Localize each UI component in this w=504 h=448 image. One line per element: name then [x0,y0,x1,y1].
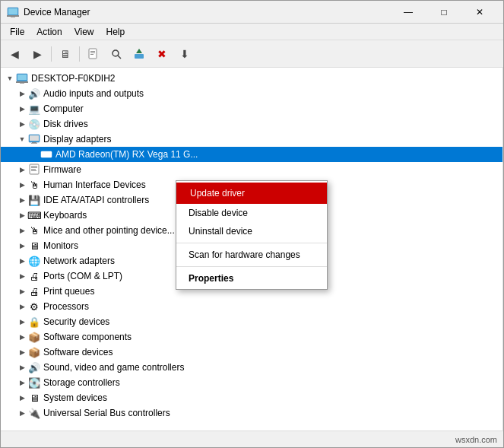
list-item[interactable]: ▶ 💽 Storage controllers [1,375,502,390]
ctx-uninstall-device[interactable]: Uninstall device [176,222,327,240]
gpu-icon [40,148,52,160]
status-bar: wsxdn.com [1,431,503,447]
list-item[interactable]: ▶ 🔊 Audio inputs and outputs [1,86,502,101]
item-label: Monitors [43,240,78,251]
expand-icon[interactable]: ▶ [16,118,28,130]
window-title: Device Manager [24,7,391,17]
expand-icon[interactable]: ▶ [16,270,28,282]
back-button[interactable]: ◀ [4,43,25,65]
list-item[interactable]: ▶ 📦 Software components [1,329,502,345]
list-item[interactable]: ▶ 📦 Software devices [1,345,502,360]
item-label: Keyboards [43,210,87,221]
minimize-button[interactable]: — [391,1,426,24]
list-item[interactable]: ▶ 🔊 Sound, video and game controllers [1,360,502,375]
list-item[interactable]: ▶ 💻 Computer [1,101,502,116]
add-button[interactable]: ⬇ [174,43,195,65]
print-icon: 🖨 [28,285,40,297]
security-icon: 🔒 [28,316,40,328]
monitor-icon: 🖥 [28,240,40,252]
window-controls: — □ ✕ [391,1,497,24]
item-label: Security devices [43,316,109,327]
root-label: DESKTOP-F0KDIH2 [31,73,115,84]
svg-rect-23 [46,155,49,156]
expand-icon[interactable]: ▶ [16,255,28,267]
storage-icon: 💽 [28,377,40,389]
computer-button[interactable]: 🖥 [55,43,76,65]
status-right-text: wsxdn.com [455,435,497,444]
window-icon [7,6,19,18]
svg-rect-6 [90,52,95,53]
expand-icon[interactable]: ▶ [16,392,28,404]
uninstall-button[interactable]: ✖ [151,43,173,65]
mouse-icon: 🖱 [28,224,40,237]
expand-icon[interactable]: ▼ [16,133,28,145]
item-label: Display adapters [43,134,111,145]
item-label: Print queues [43,286,94,297]
expand-icon[interactable]: ▶ [16,285,28,297]
menu-file[interactable]: File [4,24,30,40]
expand-icon[interactable]: ▶ [16,103,28,115]
expand-icon[interactable]: ▶ [16,240,28,252]
menu-help[interactable]: Help [100,24,132,40]
svg-rect-17 [30,135,39,141]
properties-button[interactable] [83,43,104,65]
list-item[interactable]: ▶ Firmware [1,162,502,177]
list-item[interactable]: ▶ 🖥 System devices [1,390,502,405]
forward-button[interactable]: ▶ [27,43,48,65]
toolbar-separator-2 [79,46,80,62]
system-icon: 🖥 [28,392,40,404]
item-label: Disk drives [43,119,88,129]
keyboard-icon: ⌨ [28,209,40,221]
expand-icon[interactable]: ▶ [16,164,28,176]
ctx-update-driver[interactable]: Update driver [176,183,327,204]
expand-icon[interactable]: ▶ [16,407,28,419]
expand-icon[interactable]: ▶ [16,377,28,389]
menu-view[interactable]: View [68,24,100,40]
tree-root[interactable]: ▼ DESKTOP-F0KDIH2 [1,71,502,86]
expand-icon[interactable]: ▶ [16,87,28,100]
item-label: Storage controllers [43,377,120,388]
device-manager-window: Device Manager — □ ✕ File Action View He… [0,0,504,448]
expand-icon[interactable]: ▶ [16,361,28,373]
item-label: Software devices [43,347,113,357]
list-item[interactable]: ▼ Display adapters [1,132,502,147]
root-expand-icon[interactable]: ▼ [4,72,16,84]
toolbar-separator-1 [51,46,52,62]
ctx-scan-hardware[interactable]: Scan for hardware changes [176,246,327,264]
expand-icon[interactable]: ▶ [16,316,28,328]
svg-rect-13 [17,75,27,80]
expand-icon[interactable]: ▶ [16,224,28,237]
scan-button[interactable] [106,43,127,65]
item-label: IDE ATA/ATAPI controllers [43,195,149,205]
list-item[interactable]: ▶ ⚙ Processors [1,299,502,314]
list-item[interactable]: AMD Radeon(TM) RX Vega 11 G... [1,147,502,162]
network-icon: 🌐 [28,255,40,267]
expand-icon[interactable]: ▶ [16,179,28,191]
ctx-disable-device[interactable]: Disable device [176,204,327,222]
computer-icon: 💻 [28,103,40,115]
expand-icon[interactable]: ▶ [16,331,28,343]
update-driver-toolbar-button[interactable] [128,43,150,65]
list-item[interactable]: ▶ 🔒 Security devices [1,314,502,329]
firmware-icon [28,164,40,176]
item-label: Universal Serial Bus controllers [43,408,170,418]
item-label: Software components [43,332,132,342]
item-label: Ports (COM & LPT) [43,271,122,281]
expand-icon[interactable]: ▶ [16,194,28,206]
device-tree[interactable]: ▼ DESKTOP-F0KDIH2 ▶ 🔊 Audio inputs and o… [1,68,503,431]
hid-icon: 🖱 [28,179,40,191]
maximize-button[interactable]: □ [426,1,461,24]
expand-icon[interactable]: ▶ [16,300,28,313]
svg-point-8 [113,50,119,56]
close-button[interactable]: ✕ [462,1,497,24]
ctx-properties[interactable]: Properties [176,269,327,288]
update-driver-icon [133,48,145,60]
port-icon: 🖨 [28,270,40,282]
list-item[interactable]: ▶ 💿 Disk drives [1,116,502,132]
ctx-separator-2 [176,266,327,267]
expand-icon[interactable]: ▶ [16,346,28,358]
software-devices-icon: 📦 [28,346,40,358]
menu-action[interactable]: Action [30,24,68,40]
ctx-separator-1 [176,243,327,243]
list-item[interactable]: ▶ 🔌 Universal Serial Bus controllers [1,405,502,421]
